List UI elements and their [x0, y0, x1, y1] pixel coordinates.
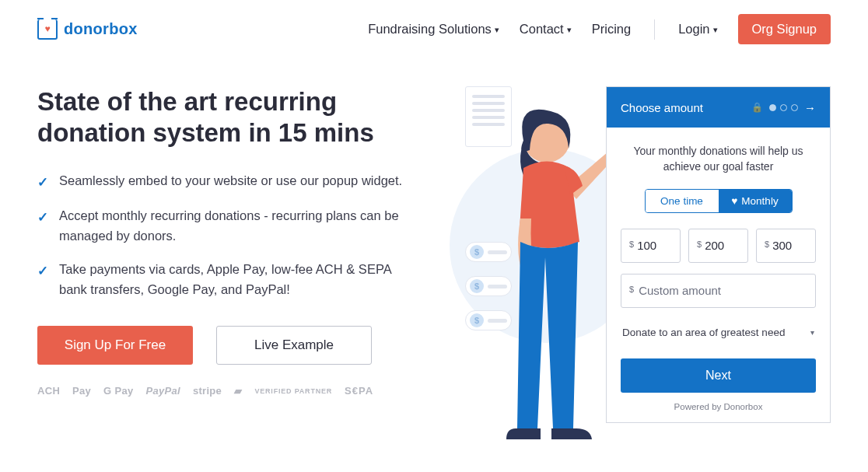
- nav-divider: [654, 19, 655, 40]
- step-dot-active: [769, 104, 776, 111]
- donation-widget: Choose amount 🔒 → Your monthly donations…: [606, 86, 831, 423]
- hero-title: State of the art recurring donation syst…: [37, 86, 403, 149]
- nav-contact-label: Contact: [520, 22, 564, 37]
- widget-message: Your monthly donations will help us achi…: [621, 143, 816, 175]
- org-signup-button[interactable]: Org Signup: [738, 14, 831, 44]
- next-button[interactable]: Next: [621, 358, 816, 393]
- arrow-right-icon[interactable]: →: [804, 101, 816, 114]
- signup-label: Sign Up For Free: [65, 337, 166, 353]
- heart-icon: ♥: [44, 24, 50, 33]
- feature-item: ✓ Take payments via cards, Apple Pay, lo…: [37, 260, 403, 299]
- live-example-label: Live Example: [254, 337, 334, 353]
- main: State of the art recurring donation syst…: [0, 44, 868, 397]
- verified-badge-icon: ▰: [234, 385, 242, 397]
- nav-pricing[interactable]: Pricing: [592, 22, 631, 37]
- chevron-down-icon: ▾: [810, 328, 814, 337]
- feature-item: ✓ Seamlessly embed to your website or us…: [37, 171, 403, 193]
- nav-contact[interactable]: Contact ▾: [520, 22, 572, 37]
- logo-mark-icon: ♥: [37, 19, 58, 40]
- ach-logo: ACH: [37, 385, 60, 397]
- amount-option-100[interactable]: $ 100: [621, 229, 681, 263]
- chevron-down-icon: ▾: [567, 25, 572, 35]
- currency-symbol: $: [629, 285, 634, 294]
- nav-login-label: Login: [678, 22, 709, 37]
- nav-fundraising[interactable]: Fundraising Solutions ▾: [368, 22, 499, 37]
- signup-button[interactable]: Sign Up For Free: [37, 326, 193, 365]
- feature-text: Accept monthly recurring donations - rec…: [59, 206, 403, 246]
- feature-text: Take payments via cards, Apple Pay, low-…: [59, 260, 403, 299]
- custom-amount-input[interactable]: $ Custom amount: [621, 274, 816, 308]
- amount-option-300[interactable]: $ 300: [756, 229, 816, 263]
- nav-pricing-label: Pricing: [592, 22, 631, 37]
- amount-value: 200: [705, 239, 724, 252]
- step-dot: [791, 104, 798, 111]
- widget-title: Choose amount: [621, 101, 703, 114]
- org-signup-label: Org Signup: [752, 22, 817, 36]
- main-nav: Fundraising Solutions ▾ Contact ▾ Pricin…: [368, 14, 831, 44]
- designation-dropdown[interactable]: Donate to an area of greatest need ▾: [621, 325, 816, 346]
- nav-fundraising-label: Fundraising Solutions: [368, 22, 492, 37]
- frequency-onetime[interactable]: One time: [646, 190, 719, 212]
- cta-row: Sign Up For Free Live Example: [37, 326, 403, 365]
- check-icon: ✓: [37, 261, 50, 281]
- verified-partner-text: VERIFIED PARTNER: [254, 387, 332, 395]
- paypal-logo: PayPal: [145, 385, 180, 397]
- google-pay-logo: G Pay: [103, 385, 133, 397]
- nav-login[interactable]: Login ▾: [678, 22, 717, 37]
- live-example-button[interactable]: Live Example: [216, 326, 372, 365]
- hero-left: State of the art recurring donation syst…: [37, 86, 403, 397]
- feature-item: ✓ Accept monthly recurring donations - r…: [37, 206, 403, 246]
- amount-value: 300: [772, 239, 792, 252]
- amount-option-200[interactable]: $ 200: [688, 229, 748, 263]
- sepa-logo: S€PA: [345, 385, 373, 397]
- partner-logos: ACH Pay G Pay PayPal stripe ▰ VERIFIED P…: [37, 385, 403, 397]
- custom-amount-placeholder: Custom amount: [639, 284, 721, 297]
- widget-body: Your monthly donations will help us achi…: [607, 128, 830, 422]
- currency-symbol: $: [629, 239, 634, 249]
- designation-label: Donate to an area of greatest need: [622, 327, 785, 338]
- currency-symbol: $: [765, 239, 769, 249]
- frequency-onetime-label: One time: [660, 195, 703, 207]
- frequency-monthly[interactable]: ♥ Monthly: [719, 190, 792, 212]
- chevron-down-icon: ▾: [713, 25, 718, 35]
- widget-steps: 🔒 →: [751, 101, 816, 114]
- frequency-toggle: One time ♥ Monthly: [645, 189, 793, 213]
- feature-text: Seamlessly embed to your website or use …: [59, 171, 402, 191]
- stripe-logo: stripe: [193, 385, 222, 397]
- widget-header: Choose amount 🔒 →: [607, 87, 830, 128]
- step-dots: [769, 104, 798, 111]
- person-illustration: [492, 94, 625, 444]
- check-icon: ✓: [37, 173, 50, 193]
- logo[interactable]: ♥ donorbox: [37, 19, 138, 40]
- currency-symbol: $: [697, 239, 702, 249]
- frequency-monthly-label: Monthly: [741, 195, 778, 207]
- powered-by: Powered by Donorbox: [621, 402, 816, 411]
- header: ♥ donorbox Fundraising Solutions ▾ Conta…: [0, 0, 868, 44]
- apple-pay-logo: Pay: [72, 385, 91, 397]
- check-icon: ✓: [37, 208, 50, 228]
- amount-options: $ 100 $ 200 $ 300: [621, 229, 816, 263]
- hero-right: $ $ $ Choose am: [418, 86, 831, 397]
- feature-list: ✓ Seamlessly embed to your website or us…: [37, 171, 403, 300]
- logo-text: donorbox: [64, 20, 138, 38]
- heart-icon: ♥: [731, 195, 737, 207]
- amount-value: 100: [637, 239, 656, 252]
- lock-icon: 🔒: [751, 102, 763, 113]
- chevron-down-icon: ▾: [495, 25, 499, 35]
- next-label: Next: [705, 369, 731, 383]
- step-dot: [780, 104, 787, 111]
